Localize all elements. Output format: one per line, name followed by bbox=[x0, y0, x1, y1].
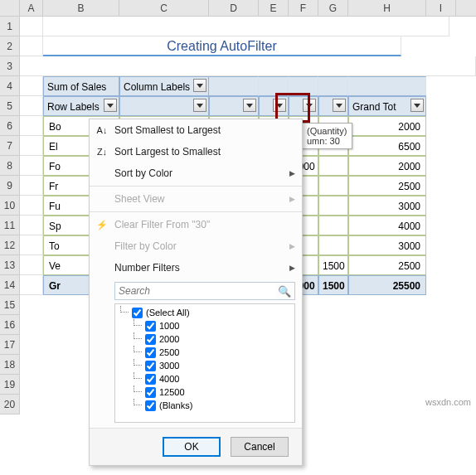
cell-value[interactable] bbox=[318, 176, 348, 196]
row-header[interactable]: 20 bbox=[0, 395, 20, 414]
tooltip-line: (Quantity) bbox=[307, 126, 347, 136]
col-header-b[interactable]: B bbox=[43, 0, 119, 16]
checkbox[interactable] bbox=[132, 308, 143, 318]
cell-value[interactable]: 4000 bbox=[348, 216, 426, 235]
row-header[interactable]: 8 bbox=[0, 156, 20, 176]
dropdown-icon[interactable] bbox=[104, 99, 117, 112]
col-header-f[interactable]: F bbox=[289, 0, 318, 16]
dropdown-icon[interactable] bbox=[273, 99, 286, 112]
check-label: 1000 bbox=[159, 321, 179, 331]
col-header-i[interactable]: I bbox=[426, 0, 456, 16]
filter-check-item[interactable]: 1000 bbox=[117, 319, 293, 332]
row-header[interactable]: 7 bbox=[0, 136, 20, 156]
filter-check-item[interactable]: 12500 bbox=[117, 385, 293, 399]
row-header[interactable]: 18 bbox=[0, 355, 20, 375]
cell-value[interactable]: 2500 bbox=[348, 176, 426, 196]
row-header[interactable]: 15 bbox=[0, 295, 20, 315]
row-header[interactable]: 12 bbox=[0, 235, 20, 255]
checkbox[interactable] bbox=[145, 347, 156, 358]
ok-button[interactable]: OK bbox=[163, 437, 221, 457]
cell-value[interactable]: 2000 bbox=[348, 116, 426, 136]
filter-check-item[interactable]: 2500 bbox=[117, 346, 293, 359]
filter-check-item[interactable]: 2000 bbox=[117, 332, 293, 346]
row-header[interactable]: 2 bbox=[0, 36, 20, 56]
pivot-row-labels[interactable]: Row Labels bbox=[43, 96, 119, 116]
cell-value[interactable]: 3000 bbox=[348, 196, 426, 216]
pivot-grand-total-col[interactable]: Grand Tot bbox=[348, 96, 426, 116]
checkbox[interactable] bbox=[145, 374, 156, 385]
check-label: 4000 bbox=[159, 374, 179, 384]
dropdown-icon[interactable] bbox=[333, 99, 346, 112]
check-label: 3000 bbox=[159, 361, 179, 371]
filter-check-item[interactable]: 3000 bbox=[117, 359, 293, 372]
row-header[interactable]: 16 bbox=[0, 315, 20, 335]
filter-search[interactable]: 🔍 bbox=[114, 282, 295, 300]
col-header-e[interactable]: E bbox=[259, 0, 289, 16]
cell-value[interactable] bbox=[318, 156, 348, 176]
col-header-h[interactable]: H bbox=[348, 0, 426, 16]
number-filters[interactable]: Number Filters▶ bbox=[90, 257, 302, 279]
sort-by-color[interactable]: Sort by Color▶ bbox=[90, 162, 302, 184]
pivot-sum-field: Sum of Sales bbox=[43, 76, 119, 96]
select-all-corner[interactable] bbox=[0, 0, 20, 16]
pivot-col-d[interactable] bbox=[209, 96, 259, 116]
cell-value[interactable] bbox=[318, 235, 348, 255]
row-header[interactable]: 11 bbox=[0, 216, 20, 235]
pivot-col-g[interactable] bbox=[318, 96, 348, 116]
filter-check-item[interactable]: (Blanks) bbox=[117, 399, 293, 412]
cell-value[interactable]: 6500 bbox=[348, 136, 426, 156]
col-header-d[interactable]: D bbox=[209, 0, 259, 16]
submenu-arrow-icon: ▶ bbox=[289, 264, 295, 272]
checkbox[interactable] bbox=[145, 400, 156, 411]
dropdown-icon[interactable] bbox=[193, 99, 206, 112]
pivot-col-c[interactable] bbox=[119, 96, 209, 116]
check-label: 2500 bbox=[159, 347, 179, 357]
col-header-c[interactable]: C bbox=[119, 0, 209, 16]
row-header[interactable]: 17 bbox=[0, 335, 20, 355]
pivot-col-labels[interactable]: Column Labels bbox=[119, 76, 209, 96]
filter-check-item[interactable]: 4000 bbox=[117, 372, 293, 385]
submenu-arrow-icon: ▶ bbox=[289, 195, 295, 203]
dropdown-icon[interactable] bbox=[193, 79, 206, 92]
checkbox[interactable] bbox=[145, 334, 156, 345]
cell-value[interactable] bbox=[318, 196, 348, 216]
tooltip-line: umn: 30 bbox=[307, 136, 347, 146]
dropdown-icon[interactable] bbox=[243, 99, 256, 112]
row-header[interactable]: 5 bbox=[0, 96, 20, 116]
row-header[interactable]: 9 bbox=[0, 176, 20, 196]
watermark: wsxdn.com bbox=[425, 397, 471, 407]
col-header-a[interactable]: A bbox=[20, 0, 43, 16]
cancel-button[interactable]: Cancel bbox=[231, 437, 289, 457]
row-header[interactable]: 19 bbox=[0, 375, 20, 395]
cell-total[interactable]: 25500 bbox=[348, 275, 426, 295]
col-header-g[interactable]: G bbox=[318, 0, 348, 16]
row-header[interactable]: 14 bbox=[0, 275, 20, 295]
cell-value[interactable]: 3000 bbox=[348, 235, 426, 255]
row-header[interactable]: 6 bbox=[0, 116, 20, 136]
sort-descending[interactable]: Z↓Sort Largest to Smallest bbox=[90, 141, 302, 162]
row-header[interactable]: 4 bbox=[0, 76, 20, 96]
filter-check-item[interactable]: (Select All) bbox=[117, 306, 293, 319]
row-header[interactable]: 13 bbox=[0, 255, 20, 275]
row-header[interactable]: 10 bbox=[0, 196, 20, 216]
menu-label: Clear Filter From "30" bbox=[114, 219, 210, 230]
cell-value[interactable] bbox=[318, 216, 348, 235]
cell-value[interactable]: 1500 bbox=[318, 255, 348, 275]
checkbox[interactable] bbox=[145, 361, 156, 371]
pivot-col-e[interactable] bbox=[259, 96, 289, 116]
row-header[interactable]: 3 bbox=[0, 56, 20, 76]
clear-filter: ⚡Clear Filter From "30" bbox=[90, 214, 302, 235]
pivot-col-f[interactable] bbox=[289, 96, 318, 116]
dropdown-icon[interactable] bbox=[303, 99, 316, 112]
cell-value[interactable]: 2000 bbox=[348, 156, 426, 176]
dropdown-icon[interactable] bbox=[410, 99, 424, 112]
filter-search-input[interactable] bbox=[115, 283, 276, 299]
row-header[interactable]: 1 bbox=[0, 17, 20, 36]
sort-ascending[interactable]: A↓Sort Smallest to Largest bbox=[90, 119, 302, 141]
checkbox[interactable] bbox=[145, 387, 156, 398]
sort-asc-icon: A↓ bbox=[95, 125, 109, 135]
cell-total[interactable]: 1500 bbox=[318, 275, 348, 295]
cell-value[interactable]: 2500 bbox=[348, 255, 426, 275]
filter-checklist[interactable]: (Select All) 1000 2000 2500 3000 4000 12… bbox=[114, 303, 295, 423]
checkbox[interactable] bbox=[145, 321, 156, 332]
